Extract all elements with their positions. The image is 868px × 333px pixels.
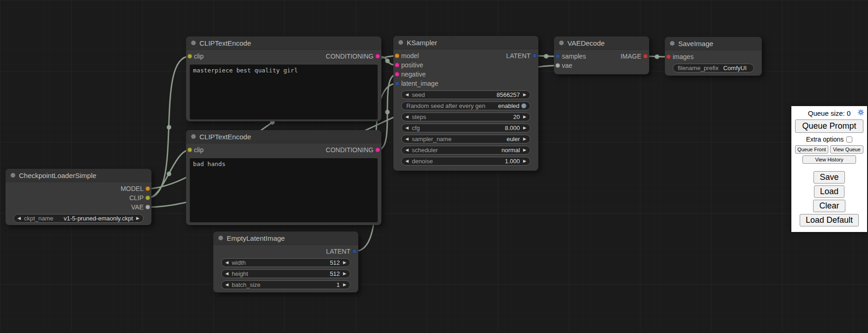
slot-row: negative <box>393 70 538 79</box>
increase-arrow-icon[interactable]: ▶ <box>343 283 346 287</box>
input-dot-clip[interactable] <box>187 54 192 59</box>
graph-canvas[interactable]: { "icons": { "left": "◀", "right": "▶" }… <box>0 0 868 333</box>
widget-value: 8566257 <box>496 91 520 98</box>
decrease-arrow-icon[interactable]: ◀ <box>225 272 229 276</box>
output-dot-vae[interactable] <box>145 205 150 209</box>
save-button[interactable]: Save <box>814 171 844 184</box>
increase-arrow-icon[interactable]: ▶ <box>343 261 346 265</box>
batch-size-widget[interactable]: ◀ batch_size 1 ▶ <box>221 280 350 289</box>
widget-label: width <box>232 259 246 266</box>
node-title: CLIPTextEncode <box>199 133 251 141</box>
width-widget[interactable]: ◀ width 512 ▶ <box>221 258 350 267</box>
view-queue-button[interactable]: View Queue <box>830 145 863 154</box>
next-value-arrow-icon[interactable]: ▶ <box>523 148 526 152</box>
node-titlebar[interactable]: CLIPTextEncode <box>186 36 381 50</box>
cfg-widget[interactable]: ◀ cfg 8.000 ▶ <box>401 124 530 132</box>
view-history-button[interactable]: View History <box>802 155 856 164</box>
output-dot-latent[interactable] <box>532 54 537 58</box>
positive-prompt-textarea[interactable]: masterpiece best quality girl <box>190 65 378 119</box>
node-title: KSampler <box>407 39 437 47</box>
input-label: clip <box>194 53 204 60</box>
node-cliptextencode-positive[interactable]: CLIPTextEncode clip CONDITIONING masterp… <box>186 36 381 121</box>
queue-front-button[interactable]: Queue Front <box>795 145 828 154</box>
steps-widget[interactable]: ◀ steps 20 ▶ <box>401 113 530 121</box>
filename-prefix-widget[interactable]: filename_prefix ComfyUI <box>673 64 754 72</box>
increase-arrow-icon[interactable]: ▶ <box>523 93 526 97</box>
output-dot-model[interactable] <box>145 186 150 191</box>
next-value-arrow-icon[interactable]: ▶ <box>136 216 139 220</box>
settings-gear-icon[interactable] <box>857 109 864 116</box>
prev-value-arrow-icon[interactable]: ◀ <box>18 216 21 220</box>
toggle-on-dot[interactable] <box>521 103 526 108</box>
slot-row: images <box>665 52 762 61</box>
clear-button[interactable]: Clear <box>813 200 845 212</box>
input-dot-images[interactable] <box>666 54 671 59</box>
node-collapse-dot[interactable] <box>670 41 675 46</box>
node-collapse-dot[interactable] <box>398 40 403 45</box>
input-dot-latent-image[interactable] <box>395 81 399 86</box>
output-label: CONDITIONING <box>326 146 374 154</box>
input-dot-vae[interactable] <box>555 63 560 68</box>
seed-widget[interactable]: ◀ seed 8566257 ▶ <box>401 90 530 99</box>
input-dot-positive[interactable] <box>395 63 399 67</box>
prev-value-arrow-icon[interactable]: ◀ <box>405 137 409 141</box>
node-collapse-dot[interactable] <box>11 173 15 178</box>
input-dot-samples[interactable] <box>555 54 560 59</box>
prev-value-arrow-icon[interactable]: ◀ <box>405 148 409 152</box>
decrease-arrow-icon[interactable]: ◀ <box>405 126 409 130</box>
negative-prompt-textarea[interactable]: bad hands <box>190 158 378 222</box>
node-collapse-dot[interactable] <box>559 41 564 45</box>
decrease-arrow-icon[interactable]: ◀ <box>225 261 229 265</box>
height-widget[interactable]: ◀ height 512 ▶ <box>221 269 350 278</box>
scheduler-widget[interactable]: ◀ scheduler normal ▶ <box>401 146 530 155</box>
increase-arrow-icon[interactable]: ▶ <box>523 115 526 119</box>
output-dot-conditioning[interactable] <box>375 148 380 152</box>
node-titlebar[interactable]: VAEDecode <box>554 36 649 50</box>
decrease-arrow-icon[interactable]: ◀ <box>405 93 409 97</box>
link-midpoint-dot <box>385 110 390 114</box>
node-collapse-dot[interactable] <box>191 134 196 139</box>
node-titlebar[interactable]: KSampler <box>393 36 538 49</box>
load-button[interactable]: Load <box>814 185 844 198</box>
queue-prompt-button[interactable]: Queue Prompt <box>795 119 863 133</box>
input-dot-clip[interactable] <box>187 148 192 152</box>
node-titlebar[interactable]: EmptyLatentImage <box>213 232 358 245</box>
node-vaedecode[interactable]: VAEDecode samples IMAGE vae <box>554 36 649 74</box>
node-title: VAEDecode <box>567 39 605 47</box>
node-emptylatentimage[interactable]: EmptyLatentImage LATENT ◀ width 512 ▶ ◀ … <box>213 232 358 292</box>
load-default-button[interactable]: Load Default <box>800 214 859 226</box>
sampler-name-widget[interactable]: ◀ sampler_name euler ▶ <box>401 135 530 143</box>
node-collapse-dot[interactable] <box>191 41 196 45</box>
input-dot-model[interactable] <box>395 54 399 58</box>
output-dot-image[interactable] <box>643 54 648 59</box>
increase-arrow-icon[interactable]: ▶ <box>523 159 526 163</box>
decrease-arrow-icon[interactable]: ◀ <box>225 283 229 287</box>
output-dot-clip[interactable] <box>145 196 150 200</box>
node-titlebar[interactable]: CheckpointLoaderSimple <box>6 169 151 182</box>
node-titlebar[interactable]: SaveImage <box>665 37 762 50</box>
input-label: model <box>401 52 419 59</box>
output-dot-conditioning[interactable] <box>375 54 380 59</box>
seed-mode-widget[interactable]: Random seed after every gen enabled <box>401 101 530 110</box>
extra-options-checkbox[interactable] <box>846 137 852 143</box>
decrease-arrow-icon[interactable]: ◀ <box>405 115 409 119</box>
decrease-arrow-icon[interactable]: ◀ <box>405 159 409 163</box>
queue-size-label: Queue size: 0 <box>808 109 851 117</box>
node-cliptextencode-negative[interactable]: CLIPTextEncode clip CONDITIONING bad han… <box>186 130 381 225</box>
output-dot-latent[interactable] <box>352 249 357 254</box>
link-midpoint-dot <box>655 54 659 59</box>
increase-arrow-icon[interactable]: ▶ <box>523 126 526 130</box>
node-collapse-dot[interactable] <box>218 236 223 240</box>
node-saveimage[interactable]: SaveImage images filename_prefix ComfyUI <box>665 37 762 76</box>
denoise-widget[interactable]: ◀ denoise 1.000 ▶ <box>401 157 530 166</box>
widget-value: enabled <box>498 102 519 109</box>
node-titlebar[interactable]: CLIPTextEncode <box>186 130 381 143</box>
next-value-arrow-icon[interactable]: ▶ <box>523 137 526 141</box>
node-ksampler[interactable]: KSampler model LATENT positive negative … <box>393 36 538 171</box>
input-dot-negative[interactable] <box>395 72 399 77</box>
increase-arrow-icon[interactable]: ▶ <box>343 272 346 276</box>
node-checkpointloadersimple[interactable]: CheckpointLoaderSimple MODEL CLIP VAE ◀ … <box>6 169 151 225</box>
ckpt-name-widget[interactable]: ◀ ckpt_name v1-5-pruned-emaonly.ckpt ▶ <box>13 214 144 223</box>
node-title: SaveImage <box>678 40 713 48</box>
output-label: CONDITIONING <box>326 53 374 60</box>
